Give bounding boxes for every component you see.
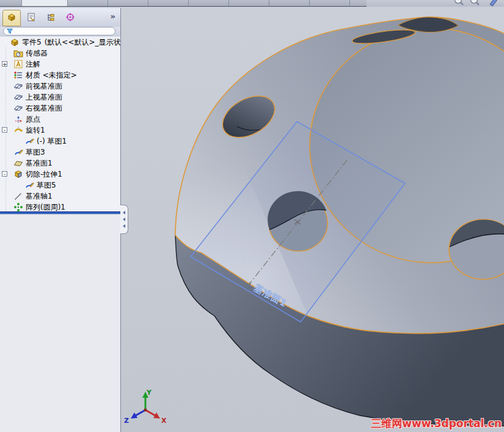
dimxpertmanager-icon [65, 12, 75, 24]
tree-item-origin[interactable]: 原点 [0, 114, 120, 125]
tab-propertymanager[interactable] [22, 10, 40, 26]
sketch-icon [24, 180, 34, 190]
tree-item-plane1[interactable]: 基准面1 [0, 158, 120, 169]
tab-configurationmanager[interactable] [42, 10, 60, 26]
funnel-icon [6, 26, 13, 37]
cut-extrude-icon [13, 169, 23, 179]
command-manager-clipped [0, 0, 504, 8]
configurationmanager-icon [46, 12, 56, 24]
plane-feature-icon [13, 158, 23, 168]
sketch-icon [13, 147, 23, 157]
feature-manager-tab-bar: » [0, 8, 120, 27]
expander-plus[interactable]: + [2, 61, 7, 67]
magnifier-icon[interactable] [471, 0, 480, 5]
expander-minus[interactable]: - [2, 171, 7, 177]
tree-item-top-plane[interactable]: 上视基准面 [0, 92, 120, 103]
pen-icon[interactable] [490, 0, 499, 6]
root-label: 零件5 [22, 37, 42, 48]
tree-root-part[interactable]: 零件5 (默认<<默认>_显示状态 [0, 37, 120, 48]
revolve-icon [13, 125, 23, 135]
circular-pattern-icon [13, 202, 23, 211]
tree-item-revolve1[interactable]: - 旋转1 [0, 125, 120, 136]
tree-item-axis1[interactable]: 基准轴1 [0, 191, 120, 202]
tree-item-right-plane[interactable]: 右视基准面 [0, 103, 120, 114]
tree-item-material[interactable]: 材质 <未指定> [0, 70, 120, 81]
material-icon [13, 70, 23, 80]
tree-item-sensors[interactable]: 传感器 [0, 48, 120, 59]
tab-dimxpertmanager[interactable] [61, 10, 79, 26]
expander-minus[interactable]: - [2, 127, 7, 133]
ref-plane-icon [13, 103, 23, 113]
panel-empty-area [0, 214, 120, 432]
propertymanager-icon [26, 12, 36, 24]
tree-item-circular-pattern1[interactable]: 阵列(圆周)1 [0, 202, 120, 211]
root-config-suffix: (默认<<默认>_显示状态 [45, 37, 120, 48]
filter-input[interactable] [15, 28, 107, 35]
feature-manager-panel: » 零件5 (默认<<默认>_显示状态 传感器 + [0, 8, 121, 432]
active-command-tab[interactable] [21, 0, 68, 6]
part-icon [10, 37, 20, 47]
command-tabs-clipped [0, 0, 367, 7]
tree-filter-box[interactable] [3, 27, 115, 35]
view-toolbar-clipped [452, 0, 504, 10]
reference-triad: Y X Z [124, 389, 167, 425]
sensors-icon [13, 48, 23, 58]
tree-item-sketch3[interactable]: 草图3 [0, 147, 120, 158]
triad-x-label: X [161, 417, 167, 425]
featuremanager-tree-icon [7, 12, 16, 24]
panel-collapse-handle[interactable] [120, 205, 128, 234]
tree-item-cut-extrude1[interactable]: - 切除-拉伸1 [0, 169, 120, 180]
sketch-icon [24, 136, 34, 146]
triad-y-label: Y [146, 389, 152, 397]
origin-icon [13, 114, 23, 124]
panel-overflow-chevron[interactable]: » [111, 12, 115, 21]
annotations-icon [13, 59, 23, 69]
axis-icon [13, 191, 23, 201]
collapse-arrow-icon [123, 211, 125, 214]
tree-item-front-plane[interactable]: 前视基准面 [0, 81, 120, 92]
ref-plane-icon [13, 92, 23, 102]
collapse-arrow-icon [123, 224, 125, 228]
tab-featuremanager-tree[interactable] [2, 10, 21, 26]
tree-item-sketch5[interactable]: 草图5 [0, 180, 120, 191]
watermark-text: 三维网www.3dportal.cn [371, 417, 502, 431]
feature-tree: 零件5 (默认<<默认>_显示状态 传感器 + 注解 材质 <未指定> [0, 37, 120, 211]
tree-item-annotations[interactable]: + 注解 [0, 59, 120, 70]
ref-plane-icon [13, 81, 23, 91]
magnifier-icon[interactable] [455, 0, 464, 5]
tree-item-sketch1[interactable]: (-) 草图1 [0, 136, 120, 147]
triad-z-label: Z [124, 417, 129, 425]
collapse-arrow-icon [123, 218, 125, 221]
